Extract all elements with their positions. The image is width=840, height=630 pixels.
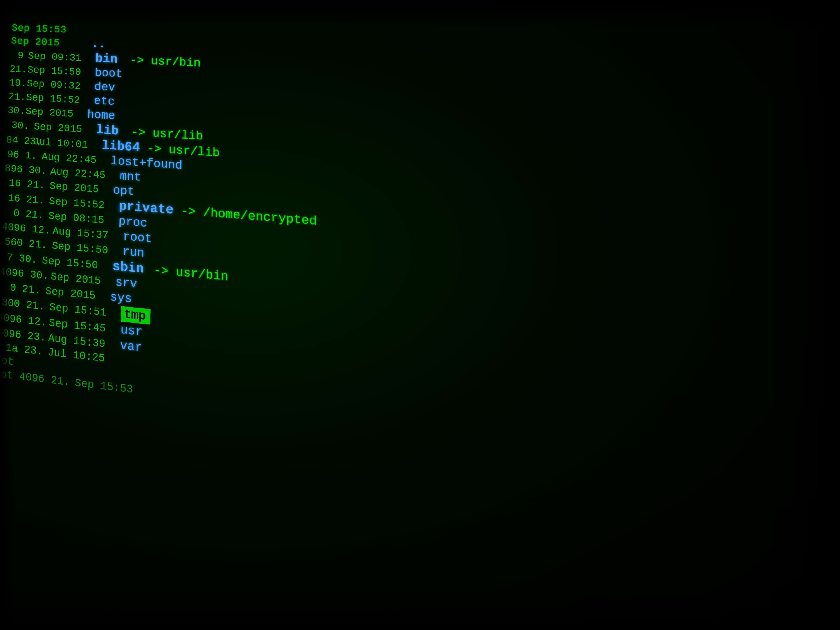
fade-right bbox=[774, 0, 840, 630]
fade-bottom bbox=[0, 586, 840, 630]
fade-top bbox=[0, 0, 840, 26]
terminal-content: Sep 15:53 Sep 2015 .. 9 Sep 09:31 bin ->… bbox=[0, 0, 840, 630]
terminal-screen: Sep 15:53 Sep 2015 .. 9 Sep 09:31 bin ->… bbox=[0, 0, 840, 630]
fade-left bbox=[0, 0, 13, 630]
